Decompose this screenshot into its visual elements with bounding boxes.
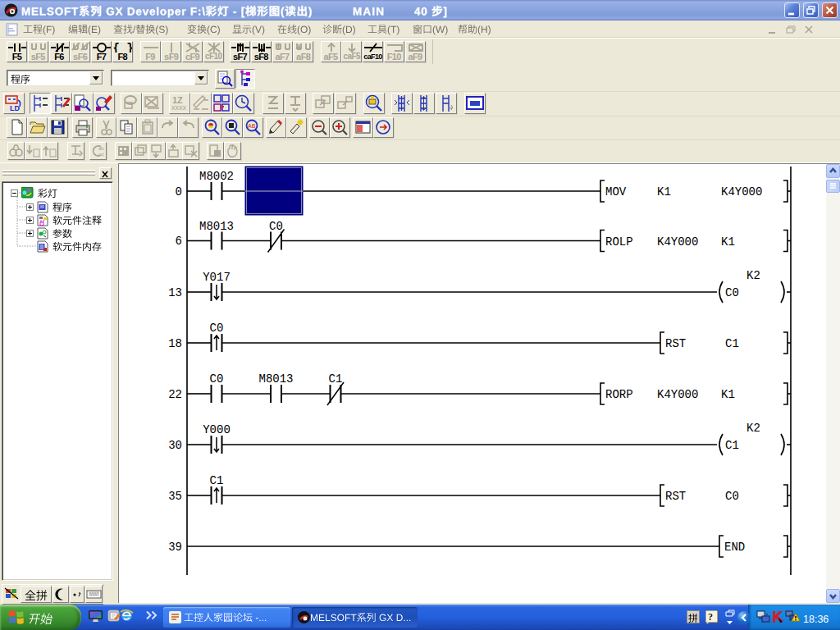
svg-text:Y017: Y017 <box>203 271 231 284</box>
svg-text:K1: K1 <box>657 185 671 199</box>
svg-text:C1: C1 <box>210 474 224 487</box>
svg-text:K2: K2 <box>746 269 760 282</box>
svg-text:C1: C1 <box>725 337 739 350</box>
svg-text:35: 35 <box>168 490 182 503</box>
svg-text:13: 13 <box>168 286 182 299</box>
svg-text:LD: LD <box>10 104 20 112</box>
svg-text:C0: C0 <box>210 322 224 335</box>
svg-text:K4Y000: K4Y000 <box>657 388 698 401</box>
svg-text:K4Y000: K4Y000 <box>657 235 698 249</box>
svg-text:C0: C0 <box>725 490 739 503</box>
svg-text:K2: K2 <box>746 422 760 435</box>
svg-text:K1: K1 <box>721 235 735 249</box>
svg-text:K4Y000: K4Y000 <box>721 185 762 199</box>
svg-text:C0: C0 <box>269 220 283 233</box>
svg-text:C0: C0 <box>725 286 739 299</box>
svg-text:END: END <box>724 541 745 554</box>
svg-text:M8013: M8013 <box>199 220 234 233</box>
svg-text:39: 39 <box>168 541 182 554</box>
svg-text:C1: C1 <box>725 439 739 452</box>
svg-text:M8002: M8002 <box>199 170 234 183</box>
svg-text:ab: ab <box>98 146 104 151</box>
svg-text:M8013: M8013 <box>258 372 293 386</box>
svg-text:C0: C0 <box>210 372 224 386</box>
svg-text:xxxx: xxxx <box>171 103 187 112</box>
svg-text:RST: RST <box>665 337 686 350</box>
svg-text:RORP: RORP <box>605 388 633 401</box>
svg-text:Y000: Y000 <box>203 423 231 436</box>
svg-text:30: 30 <box>168 439 182 452</box>
svg-text:?: ? <box>708 611 713 623</box>
svg-text:cd: cd <box>98 152 103 157</box>
svg-text:C1: C1 <box>329 372 343 386</box>
svg-text:RST: RST <box>665 490 686 503</box>
svg-text:MOV: MOV <box>605 185 627 199</box>
svg-text:AB: AB <box>248 123 256 129</box>
svg-text:K1: K1 <box>721 388 735 401</box>
svg-text:22: 22 <box>168 388 182 401</box>
svg-text:0: 0 <box>176 185 182 199</box>
svg-text:ROLP: ROLP <box>605 235 633 249</box>
svg-text:18: 18 <box>168 337 182 350</box>
svg-text:6: 6 <box>176 235 182 248</box>
